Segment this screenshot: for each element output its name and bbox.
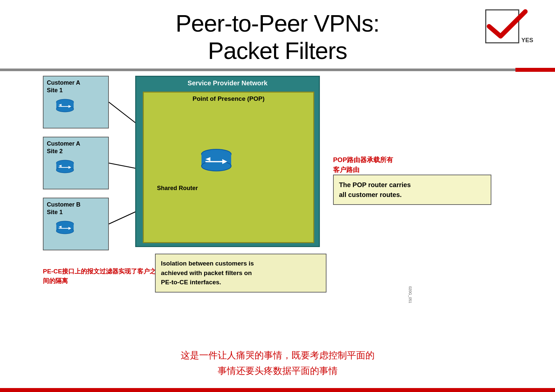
router-icon-a2 (53, 157, 77, 177)
isolation-box: Isolation between customers is achieved … (155, 254, 326, 293)
customer-b-site1-label: Customer B Site 1 (47, 201, 105, 216)
title-line2: Packet Filters (0, 37, 555, 65)
svg-point-10 (56, 106, 74, 112)
title-area: Peer-to-Peer VPNs: Packet Filters YES LA… (0, 0, 555, 65)
sp-network-box: Service Provider Network Point of Presen… (135, 76, 320, 247)
router-icon-a1 (53, 97, 77, 116)
svg-text:YES LAB: YES LAB (521, 37, 535, 43)
pop-carries-box: The POP router carries all customer rout… (333, 175, 491, 205)
divider-gray (0, 69, 515, 71)
divider-red (515, 68, 555, 72)
bottom-chinese-text: 这是一件让人痛哭的事情，既要考虑控制平面的 事情还要头疼数据平面的事情 (0, 348, 555, 379)
diagram-area: Customer A Site 1 Customer A Site 2 (43, 76, 511, 306)
svg-point-22 (56, 228, 74, 234)
svg-point-28 (201, 161, 231, 171)
customer-a-site2-label: Customer A Site 2 (47, 140, 105, 155)
sp-network-label: Service Provider Network (136, 77, 319, 88)
customer-a-site1-box: Customer A Site 1 (43, 76, 109, 128)
bottom-red-bar (0, 388, 555, 392)
pop-carries-annotation: POP路由器承载所有客户路由 (333, 155, 472, 175)
pop-carries-red-text: POP路由器承载所有客户路由 (333, 155, 472, 175)
svg-point-16 (56, 167, 74, 173)
pop-box-label: Point of Presence (POP) (144, 93, 313, 104)
customer-a-site2-box: Customer A Site 2 (43, 137, 109, 189)
router-icon-b1 (53, 218, 77, 238)
left-bottom-annotation: PE-CE接口上的报文过滤器实现了客户之 间的隔离 (43, 267, 168, 286)
pop-carries-en-text: The POP router carries all customer rout… (339, 180, 485, 200)
bottom-chinese-area: 这是一件让人痛哭的事情，既要考虑控制平面的 事情还要头疼数据平面的事情 (0, 348, 555, 379)
isolation-text: Isolation between customers is achieved … (161, 259, 321, 287)
left-bottom-red-text: PE-CE接口上的报文过滤器实现了客户之 间的隔离 (43, 267, 168, 286)
pop-box: Point of Presence (POP) Shared Router (143, 92, 314, 243)
customer-b-site1-box: Customer B Site 1 (43, 198, 109, 250)
divider (0, 68, 555, 72)
customer-a-site1-label: Customer A Site 1 (47, 79, 105, 95)
shared-router-label: Shared Router (157, 185, 198, 192)
yes-lab-logo: YES LAB (482, 7, 535, 46)
title-line1: Peer-to-Peer VPNs: (0, 10, 555, 37)
shared-router-icon (197, 145, 236, 176)
image-id: 020G_051 (408, 286, 412, 303)
